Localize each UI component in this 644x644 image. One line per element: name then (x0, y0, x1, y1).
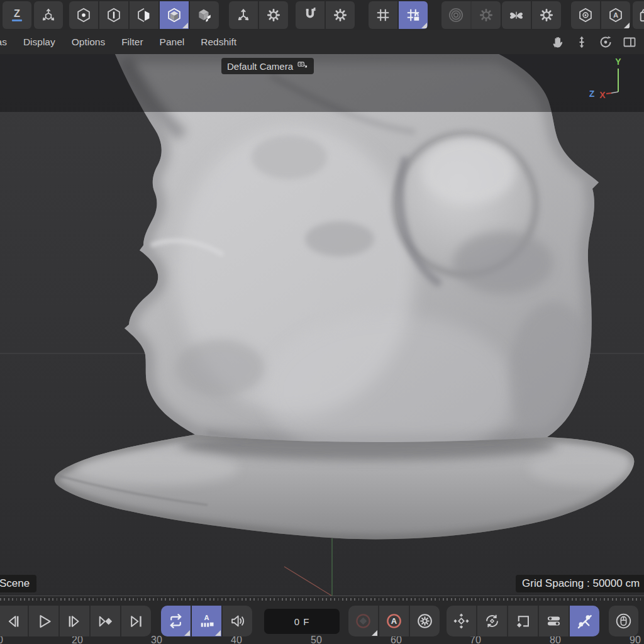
quantize-lock-button[interactable] (397, 1, 428, 29)
menu-item-cameras[interactable]: Cameras (0, 36, 7, 48)
toolbar-group-9 (633, 1, 644, 29)
play-mode-loop-button[interactable] (161, 606, 191, 636)
soft-selection-settings-button[interactable] (470, 1, 501, 29)
toolbar-group-1 (34, 1, 63, 29)
goto-end-button[interactable] (120, 606, 151, 636)
autokeying-button[interactable]: A (378, 606, 409, 636)
svg-text:A: A (391, 616, 397, 626)
goto-end-icon (128, 613, 145, 630)
symmetry-button[interactable] (502, 1, 531, 29)
grid-spacing-label: Grid Spacing : 50000 cm (516, 575, 644, 592)
viewport-menubar: CamerasDisplayOptionsFilterPanelRedshift (0, 30, 644, 54)
toolbar-group-8: A (571, 1, 630, 29)
auto-mode-button[interactable]: A (600, 1, 630, 29)
workplane-button[interactable] (229, 1, 258, 29)
app-window: { "app": {"name": "Cinema 4D viewport"},… (0, 0, 644, 644)
toolbar-group-5 (369, 1, 428, 29)
autokey-range-button[interactable]: A (191, 606, 221, 636)
dropdown-corner-icon (372, 630, 377, 636)
timeline-ruler-ticks[interactable] (0, 598, 644, 601)
autokey-icon: A (386, 613, 402, 630)
symmetry-settings-button[interactable] (531, 1, 561, 29)
key-pos-icon (453, 613, 470, 630)
dropdown-corner-icon (624, 23, 630, 28)
record-keyframe-button[interactable] (348, 606, 378, 636)
frame-icon (622, 35, 637, 50)
transport-cluster-3 (447, 606, 599, 636)
key-position-button[interactable] (447, 606, 476, 636)
hex-a-icon: A (608, 7, 624, 23)
gear-icon (332, 7, 348, 23)
orbit-icon (598, 35, 613, 50)
menu-item-options[interactable]: Options (72, 36, 105, 48)
workplane-settings-button[interactable] (258, 1, 288, 29)
object-mode-button[interactable] (189, 1, 219, 29)
key-parameters-button[interactable] (538, 606, 569, 636)
key-scale-button[interactable] (507, 606, 538, 636)
soft-selection-button[interactable] (441, 1, 470, 29)
snap-settings-button[interactable] (325, 1, 355, 29)
dropdown-corner-icon (215, 630, 221, 636)
timeline-bar[interactable]: 0 F 102030405060708090 AA (0, 596, 644, 644)
transport-cluster-2: A (348, 606, 440, 636)
viewport-canvas[interactable] (0, 0, 644, 644)
polygons-mode-button[interactable] (128, 1, 158, 29)
camera-label[interactable]: Default Camera (221, 58, 314, 74)
next-frame-icon (66, 613, 83, 630)
svg-text:A: A (204, 614, 209, 621)
key-pla-button[interactable] (569, 606, 599, 636)
menu-item-redshift[interactable]: Redshift (201, 36, 236, 48)
key-scale-icon (514, 613, 531, 630)
snap-toggle-button[interactable] (296, 1, 325, 29)
render-queue-button[interactable] (633, 1, 644, 29)
orbit-view-button[interactable] (596, 33, 615, 52)
dropdown-corner-icon (182, 23, 188, 28)
clapper-icon (639, 7, 644, 23)
key-pla-icon (576, 613, 593, 630)
viewport-solo-button[interactable] (571, 1, 600, 29)
magnet-icon (302, 7, 318, 23)
ruler-frame-number: 50 (311, 635, 322, 644)
speaker-icon (229, 613, 246, 630)
gear-icon (538, 7, 555, 23)
hex-model-icon (166, 7, 182, 23)
key-rotation-button[interactable] (476, 606, 507, 636)
z-up-axis-button[interactable]: Z (3, 1, 31, 29)
toolbar-group-0: Z (3, 1, 31, 29)
menu-item-display[interactable]: Display (23, 36, 55, 48)
play-sound-button[interactable] (221, 606, 252, 636)
play-forwards-button[interactable] (28, 606, 58, 636)
toggle-view-button[interactable] (620, 33, 639, 52)
hex-poly-icon (136, 7, 152, 23)
a-bars-icon: A (198, 613, 215, 630)
scene-label-text: Scene (0, 577, 30, 590)
hex-eye-icon (577, 7, 594, 23)
menu-item-filter[interactable]: Filter (121, 36, 143, 48)
dropdown-corner-icon (421, 23, 427, 28)
pan-view-button[interactable] (548, 33, 567, 52)
next-frame-button[interactable] (58, 606, 89, 636)
toolbar-group-2 (69, 1, 219, 29)
keyframe-settings-button[interactable] (409, 606, 440, 636)
hand-icon (550, 35, 565, 50)
edges-mode-button[interactable] (98, 1, 128, 29)
dolly-view-button[interactable] (572, 33, 591, 52)
play-to-next-key-button[interactable] (89, 606, 120, 636)
frame-counter[interactable]: 0 F (264, 609, 340, 634)
play-key-icon (97, 613, 114, 630)
grid-snap-button[interactable] (369, 1, 397, 29)
previous-frame-button[interactable] (0, 606, 28, 636)
points-mode-button[interactable] (69, 1, 98, 29)
grid-lock-icon (405, 7, 421, 23)
menu-item-panel[interactable]: Panel (160, 36, 185, 48)
toolbar-group-6 (441, 1, 501, 29)
input-device-button[interactable] (609, 606, 638, 636)
dropdown-corner-icon (184, 630, 190, 636)
enable-axis-button[interactable] (34, 1, 63, 29)
model-mode-button[interactable] (158, 1, 189, 29)
axis-cube-icon (40, 7, 57, 23)
transport-cluster-0 (0, 606, 151, 636)
axis-y-label: Y (615, 57, 621, 67)
play-icon (35, 613, 52, 630)
dolly-icon (574, 35, 589, 50)
